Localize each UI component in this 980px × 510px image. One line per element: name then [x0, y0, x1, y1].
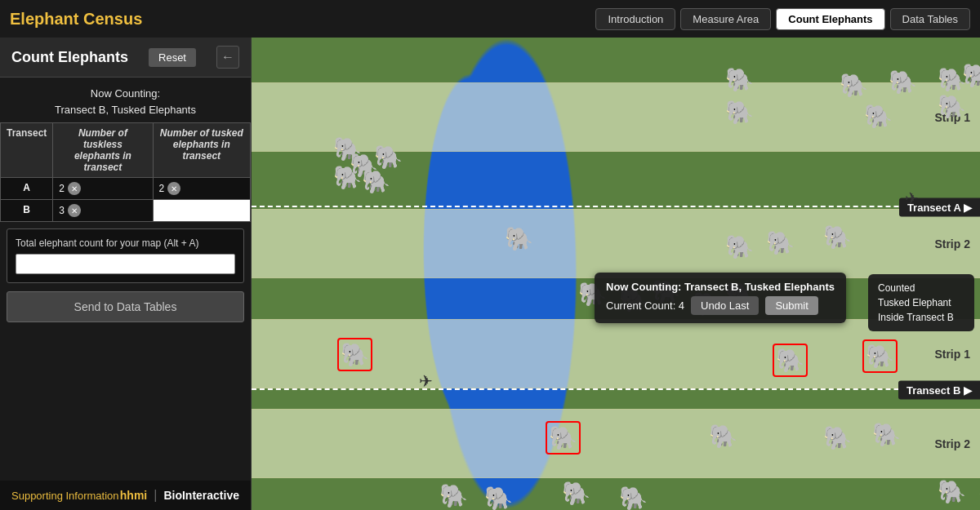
elephant-bot-5[interactable]: 🐘 — [938, 478, 966, 505]
strip-1-b-label: Strip 1 — [934, 348, 970, 361]
collapse-button[interactable]: ← — [216, 46, 239, 69]
transect-b-line: Transect B ▶ — [252, 388, 980, 390]
elephant-river-5[interactable]: 🐘 — [362, 168, 390, 195]
main-layout: Count Elephants Reset ← Now Counting: Tr… — [0, 38, 980, 510]
row-b-tuskless: 3 ✕ — [53, 200, 153, 222]
elephant-bot-2[interactable]: 🐘 — [484, 485, 513, 510]
elephant-bot-4[interactable]: 🐘 — [619, 485, 648, 510]
send-to-data-tables-button[interactable]: Send to Data Tables — [7, 291, 244, 322]
separator: | — [154, 488, 157, 503]
remove-b-tuskless[interactable]: ✕ — [68, 204, 81, 217]
map-area[interactable]: Strip 1 Strip 2 Strip 1 Strip 2 Transect… — [252, 38, 980, 510]
total-label: Total elephant count for your map (Alt +… — [16, 237, 235, 249]
elephant-s1b-counted-2[interactable]: 🐘 — [773, 344, 808, 377]
elephant-s2a-4[interactable]: 🐘 — [823, 224, 852, 251]
nav-count-elephants[interactable]: Count Elephants — [776, 8, 884, 30]
strip-2-a-label: Strip 2 — [934, 237, 970, 251]
row-a-tuskless: 2 ✕ — [53, 178, 153, 200]
strip-2-b: Strip 2 — [252, 409, 980, 478]
row-b-label: B — [1, 200, 53, 222]
elephant-s2b-counted-1[interactable]: 🐘 — [546, 421, 581, 455]
elephant-s2b-2[interactable]: 🐘 — [823, 424, 852, 451]
elephant-s2a-1[interactable]: 🐘 — [505, 225, 533, 252]
popup-count-row: Current Count: 4 Undo Last Submit — [606, 296, 835, 315]
elephant-river-4[interactable]: 🐘 — [333, 164, 362, 191]
elephant-top-2[interactable]: 🐘 — [840, 72, 868, 99]
row-a-label: A — [1, 178, 53, 200]
elephant-river-3[interactable]: 🐘 — [374, 144, 403, 171]
supporting-info-link[interactable]: Supporting Information — [11, 490, 119, 502]
row-b-tusked-empty[interactable] — [153, 200, 250, 222]
elephant-s2b-3[interactable]: 🐘 — [872, 421, 901, 448]
app-title: Elephant Census — [10, 10, 142, 29]
sidebar-header: Count Elephants Reset ← — [0, 38, 251, 78]
elephant-bot-1[interactable]: 🐘 — [439, 482, 468, 509]
elephant-top-1[interactable]: 🐘 — [725, 66, 754, 93]
elephant-s1b-counted-1[interactable]: 🐘 — [337, 338, 372, 371]
popup-count-label: Current Count: 4 — [606, 299, 684, 312]
col-transect: Transect — [1, 123, 53, 178]
biointeractive-text: BioInteractive — [163, 489, 239, 502]
counting-popup: Now Counting: Transect B, Tusked Elephan… — [595, 273, 846, 323]
transect-b-badge: Transect B ▶ — [898, 381, 980, 400]
remove-a-tusked[interactable]: ✕ — [167, 182, 180, 195]
footer: Supporting Information hhmi | BioInterac… — [0, 481, 251, 510]
sidebar-title: Count Elephants — [11, 49, 128, 66]
row-a-tusked: 2 ✕ — [153, 178, 250, 200]
elephant-s2b-1[interactable]: 🐘 — [709, 423, 737, 450]
reset-button[interactable]: Reset — [149, 48, 196, 67]
total-input[interactable] — [16, 254, 235, 274]
elephant-s1a-2[interactable]: 🐘 — [864, 103, 893, 130]
elephant-bot-3[interactable]: 🐘 — [562, 480, 590, 507]
elephant-top-3[interactable]: 🐘 — [889, 69, 917, 95]
elephant-s2a-3[interactable]: 🐘 — [766, 229, 795, 256]
hhmi-logo: hhmi | BioInteractive — [120, 488, 239, 503]
plane-b: ✈ — [419, 371, 433, 391]
nav-measure-area[interactable]: Measure Area — [680, 8, 771, 30]
remove-a-tuskless[interactable]: ✕ — [68, 182, 81, 195]
col-tusked: Number of tusked elephants in transect — [153, 123, 250, 178]
nav-data-tables[interactable]: Data Tables — [890, 8, 970, 30]
sidebar: Count Elephants Reset ← Now Counting: Tr… — [0, 38, 252, 510]
elephant-s1a-1[interactable]: 🐘 — [725, 99, 754, 126]
strip-2-b-label: Strip 2 — [934, 437, 970, 450]
elephant-s1b-counted-3[interactable]: 🐘 — [862, 339, 898, 373]
count-table: Transect Number of tuskless elephants in… — [0, 122, 251, 222]
table-row: B 3 ✕ — [1, 200, 251, 222]
elephant-top-5[interactable]: 🐘 — [962, 62, 980, 89]
strip-2-a: Strip 2 — [252, 209, 980, 278]
counted-tooltip: Counted Tusked Elephant Inside Transect … — [868, 274, 974, 331]
undo-last-button[interactable]: Undo Last — [691, 296, 759, 315]
app-header: Elephant Census Introduction Measure Are… — [0, 0, 980, 38]
nav-introduction[interactable]: Introduction — [595, 8, 675, 30]
col-tuskless: Number of tuskless elephants in transect — [53, 123, 153, 178]
elephant-s2a-2[interactable]: 🐘 — [725, 233, 754, 260]
hhmi-text: hhmi — [120, 489, 147, 502]
total-section: Total elephant count for your map (Alt +… — [7, 228, 244, 283]
now-counting-label: Now Counting: Transect B, Tusked Elephan… — [0, 78, 251, 122]
nav-buttons: Introduction Measure Area Count Elephant… — [595, 8, 970, 30]
table-row: A 2 ✕ 2 ✕ — [1, 178, 251, 200]
transect-a-line: Transect A ▶ — [252, 206, 980, 207]
elephant-s1a-3[interactable]: 🐘 — [938, 93, 966, 120]
submit-button[interactable]: Submit — [765, 296, 817, 315]
popup-title: Now Counting: Transect B, Tusked Elephan… — [606, 281, 835, 293]
plane-a: ✈ — [905, 188, 919, 208]
